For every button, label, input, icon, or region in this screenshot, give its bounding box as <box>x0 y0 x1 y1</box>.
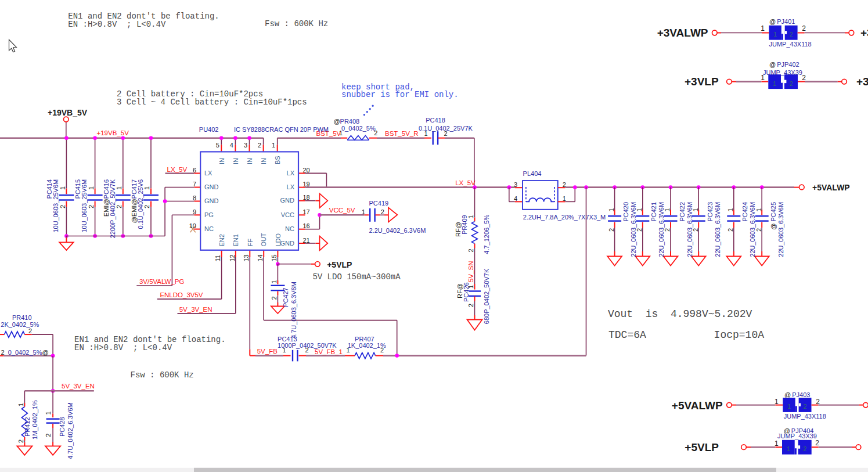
svg-text:1: 1 <box>45 411 52 415</box>
svg-text:1: 1 <box>787 403 791 410</box>
svg-text:1: 1 <box>775 439 779 448</box>
svg-text:1: 1 <box>59 186 66 190</box>
svg-text:4.7U_0402_6.3V6M: 4.7U_0402_6.3V6M <box>67 402 74 459</box>
svg-text:2: 2 <box>381 208 384 215</box>
svg-text:4.7U_0603_6.3V6M: 4.7U_0603_6.3V6M <box>290 282 297 338</box>
svg-text:VCC: VCC <box>281 211 294 218</box>
svg-text:TDC=6A: TDC=6A <box>608 329 646 341</box>
svg-text:2: 2 <box>467 304 474 307</box>
svg-text:0_0402_5%: 0_0402_5% <box>341 125 376 132</box>
svg-text:IN: IN <box>232 158 239 164</box>
svg-text:4: 4 <box>230 142 233 149</box>
svg-text:1: 1 <box>17 403 24 406</box>
svg-text:2: 2 <box>790 31 793 38</box>
svg-text:4.7_1206_5%: 4.7_1206_5% <box>483 215 490 254</box>
svg-text:@PJ403: @PJ403 <box>784 391 810 398</box>
svg-text:1: 1 <box>761 74 765 82</box>
svg-text:1: 1 <box>143 186 150 190</box>
svg-text:1: 1 <box>563 195 566 202</box>
svg-text:PR412: PR412 <box>24 417 31 437</box>
svg-text:15: 15 <box>271 254 278 261</box>
svg-text:PU402: PU402 <box>199 126 219 133</box>
svg-text:1: 1 <box>467 215 474 218</box>
svg-text:2: 2 <box>608 228 615 232</box>
svg-text:5V_FB: 5V_FB <box>257 348 278 355</box>
svg-text:1: 1 <box>339 129 343 136</box>
svg-text:2200P_0402_50V7K: 2200P_0402_50V7K <box>109 179 116 238</box>
svg-text:5V_SN: 5V_SN <box>467 261 474 282</box>
svg-text:2: 2 <box>727 228 734 232</box>
svg-text:IN: IN <box>260 158 267 164</box>
svg-text:+19VB_5V: +19VB_5V <box>97 129 129 136</box>
svg-text:2: 2 <box>17 439 24 443</box>
svg-text:2: 2 <box>789 80 793 87</box>
svg-text:JUMP_43X39: JUMP_43X39 <box>763 69 802 76</box>
svg-text:@PR408: @PR408 <box>333 118 359 125</box>
svg-text:Fsw : 600K Hz: Fsw : 600K Hz <box>131 370 194 380</box>
svg-text:2: 2 <box>636 228 643 232</box>
svg-text:LX: LX <box>204 170 213 176</box>
svg-text:3 Cell ~ 4 Cell battery : Cin=: 3 Cell ~ 4 Cell battery : Cin=10uF*1pcs <box>117 98 307 107</box>
svg-text:GND: GND <box>204 197 219 204</box>
svg-text:PR409: PR409 <box>461 215 468 235</box>
svg-text:20: 20 <box>303 167 310 174</box>
svg-text:LX: LX <box>287 183 295 190</box>
svg-text:BST_5V_R: BST_5V_R <box>385 130 419 137</box>
svg-text:3: 3 <box>244 142 247 149</box>
svg-text:VCC_5V: VCC_5V <box>329 207 355 214</box>
svg-text:2: 2 <box>88 205 95 208</box>
svg-text:2: 2 <box>143 205 150 208</box>
svg-text:+3VALWP: +3VALWP <box>860 27 868 39</box>
svg-text:2: 2 <box>755 228 762 232</box>
svg-text:PC424: PC424 <box>741 202 748 222</box>
svg-text:+5VLP: +5VLP <box>685 441 719 453</box>
svg-text:LX_5V: LX_5V <box>455 179 476 186</box>
svg-text:2.2U_0402_6.3V6M: 2.2U_0402_6.3V6M <box>369 227 426 234</box>
svg-text:5V_3V_EN: 5V_3V_EN <box>179 306 213 313</box>
svg-text:1: 1 <box>608 208 615 211</box>
svg-text:PC422: PC422 <box>679 202 686 222</box>
svg-text:PC420: PC420 <box>622 202 629 222</box>
svg-text:1: 1 <box>116 186 123 190</box>
svg-text:EN :H>0.8V ; L<0.4V: EN :H>0.8V ; L<0.4V <box>74 343 172 352</box>
svg-text:12: 12 <box>229 254 236 261</box>
svg-text:PC428: PC428 <box>59 417 66 437</box>
svg-text:snubber is for EMI only.: snubber is for EMI only. <box>341 90 459 99</box>
svg-text:PL404: PL404 <box>523 170 542 177</box>
svg-text:2: 2 <box>802 24 806 33</box>
svg-text:Fsw : 600K Hz: Fsw : 600K Hz <box>265 19 328 28</box>
svg-text:1: 1 <box>727 208 734 211</box>
svg-text:+5VALWP: +5VALWP <box>672 399 723 412</box>
svg-text:1: 1 <box>773 31 777 38</box>
svg-text:1: 1 <box>88 186 95 190</box>
svg-text:5V_3V_EN: 5V_3V_EN <box>62 383 95 390</box>
svg-text:11: 11 <box>214 255 221 261</box>
svg-text:14: 14 <box>257 254 264 261</box>
svg-text:1: 1 <box>773 80 776 87</box>
svg-text:2K_0402_5%: 2K_0402_5% <box>1 321 39 328</box>
svg-text:ENLDO_3V5V: ENLDO_3V5V <box>160 291 203 298</box>
svg-text:2: 2 <box>374 129 377 136</box>
svg-text:7: 7 <box>193 181 196 188</box>
svg-text:16: 16 <box>303 222 310 229</box>
svg-text:2: 2 <box>816 398 820 406</box>
svg-text:@PJP402: @PJP402 <box>769 61 799 68</box>
svg-text:2 0_0402_5%@: 2 0_0402_5%@ <box>1 349 49 356</box>
svg-text:PC419: PC419 <box>369 200 389 207</box>
svg-text:LDO: LDO <box>275 233 282 246</box>
svg-text:22U_0603_6.3V6M: 22U_0603_6.3V6M <box>777 202 784 257</box>
svg-text:JUMP_43X118: JUMP_43X118 <box>769 41 812 48</box>
svg-text:5V LDO 150mA~300mA: 5V LDO 150mA~300mA <box>312 272 401 282</box>
svg-text:GND: GND <box>280 197 295 204</box>
svg-text:PC427: PC427 <box>282 287 289 307</box>
svg-text:+19VB_5V: +19VB_5V <box>48 108 88 117</box>
svg-text:PC418: PC418 <box>426 117 445 124</box>
svg-text:2: 2 <box>45 434 52 437</box>
svg-text:3V/5VALW_PG: 3V/5VALW_PG <box>139 278 185 285</box>
svg-text:2: 2 <box>28 327 32 334</box>
svg-text:1: 1 <box>272 142 275 149</box>
svg-text:8: 8 <box>193 194 196 201</box>
svg-text:3: 3 <box>514 181 517 188</box>
svg-text:2: 2 <box>802 74 806 82</box>
svg-text:2: 2 <box>815 439 819 447</box>
